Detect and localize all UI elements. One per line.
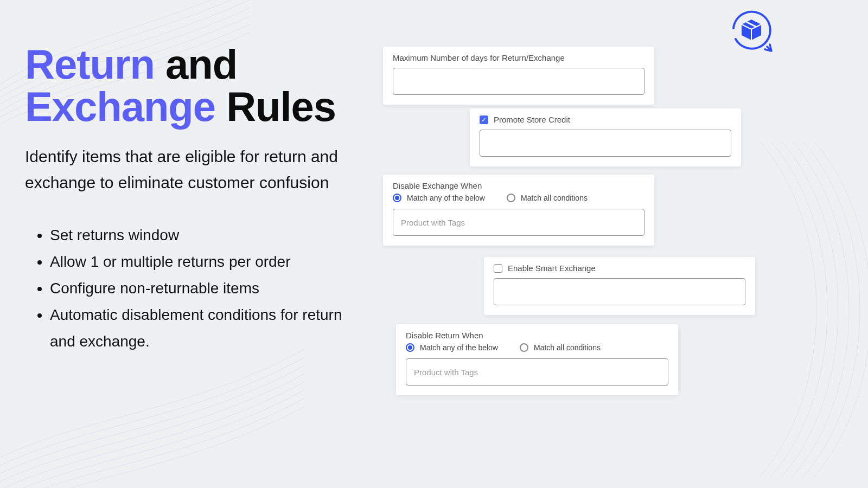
promote-credit-input[interactable] <box>480 130 731 157</box>
page-subtitle: Identify items that are eligible for ret… <box>25 144 361 196</box>
title-tail: Rules <box>215 84 336 130</box>
disable-exchange-tags-input[interactable] <box>393 209 644 236</box>
disable-exchange-label: Disable Exchange When <box>393 181 644 190</box>
smart-exchange-label: Enable Smart Exchange <box>508 264 596 273</box>
radio-exchange-all-label: Match all conditions <box>521 194 588 202</box>
radio-return-any-label: Match any of the below <box>420 343 498 352</box>
radio-exchange-any-label: Match any of the below <box>407 194 485 202</box>
feature-list: Set returns window Allow 1 or multiple r… <box>25 222 361 355</box>
title-mid: and <box>155 41 237 87</box>
promote-credit-label: Promote Store Credit <box>494 115 570 124</box>
smart-exchange-checkbox[interactable] <box>494 264 502 273</box>
max-days-input[interactable] <box>393 68 644 95</box>
disable-return-tags-input[interactable] <box>406 358 668 386</box>
radio-return-any[interactable]: Match any of the below <box>406 343 498 352</box>
card-disable-return: Disable Return When Match any of the bel… <box>396 324 678 395</box>
page-title: Return and Exchange Rules <box>25 43 361 127</box>
list-item: Configure non-returnable items <box>50 275 361 301</box>
return-box-logo-icon <box>727 8 776 59</box>
title-accent-2: Exchange <box>25 84 215 130</box>
max-days-label: Maximum Number of days for Return/Exchan… <box>393 53 644 62</box>
radio-exchange-all[interactable]: Match all conditions <box>507 194 588 202</box>
title-accent-1: Return <box>25 41 155 87</box>
card-disable-exchange: Disable Exchange When Match any of the b… <box>383 175 654 246</box>
disable-return-label: Disable Return When <box>406 331 668 340</box>
list-item: Automatic disablement conditions for ret… <box>50 301 361 355</box>
radio-exchange-any[interactable]: Match any of the below <box>393 194 485 202</box>
list-item: Allow 1 or multiple returns per order <box>50 248 361 275</box>
card-promote-credit: ✓ Promote Store Credit <box>470 108 741 166</box>
card-max-days: Maximum Number of days for Return/Exchan… <box>383 47 654 105</box>
card-smart-exchange: Enable Smart Exchange <box>484 257 755 315</box>
smart-exchange-input[interactable] <box>494 278 745 305</box>
radio-on-icon <box>393 194 401 202</box>
radio-on-icon <box>406 343 414 352</box>
promote-credit-checkbox[interactable]: ✓ <box>480 115 488 124</box>
radio-return-all[interactable]: Match all conditions <box>520 343 601 352</box>
radio-return-all-label: Match all conditions <box>534 343 601 352</box>
list-item: Set returns window <box>50 222 361 248</box>
radio-off-icon <box>507 194 515 202</box>
radio-off-icon <box>520 343 528 352</box>
